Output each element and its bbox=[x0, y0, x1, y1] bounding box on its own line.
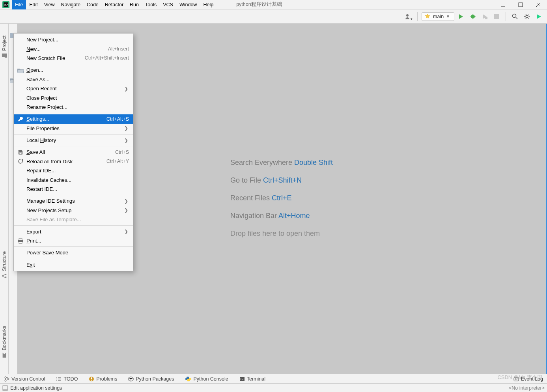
window-maximize-button[interactable] bbox=[512, 0, 529, 9]
menu-item-print[interactable]: Print... bbox=[14, 236, 133, 245]
settings-icon[interactable] bbox=[522, 11, 532, 22]
structure-tool-tab[interactable]: Structure bbox=[2, 251, 7, 279]
menu-item-local-history[interactable]: Local History❯ bbox=[14, 136, 133, 145]
menu-item-file-properties[interactable]: File Properties❯ bbox=[14, 124, 133, 133]
tip-navigation-bar: Navigation Bar Alt+Home bbox=[230, 207, 333, 225]
shortcut-label: Ctrl+S bbox=[115, 149, 129, 155]
document-title: python程序设计基础 bbox=[236, 1, 282, 8]
svg-rect-14 bbox=[494, 14, 499, 19]
svg-point-15 bbox=[513, 14, 516, 17]
menu-item-save-file-as-template: Save File as Template... bbox=[14, 215, 133, 224]
svg-rect-28 bbox=[5, 276, 6, 278]
run-configuration-selector[interactable]: main ▼ bbox=[422, 12, 454, 21]
menu-item-rename-project[interactable]: Rename Project... bbox=[14, 103, 133, 112]
debug-button[interactable] bbox=[468, 11, 478, 22]
menu-separator bbox=[14, 134, 133, 134]
menu-item-power-save-mode[interactable]: Power Save Mode bbox=[14, 248, 133, 257]
stop-button[interactable] bbox=[491, 11, 502, 22]
menu-item-invalidate-caches[interactable]: Invalidate Caches... bbox=[14, 175, 133, 184]
svg-point-8 bbox=[471, 15, 475, 19]
submenu-arrow-icon: ❯ bbox=[124, 138, 129, 143]
menu-edit[interactable]: Edit bbox=[26, 0, 41, 9]
menu-refactor[interactable]: Refactor bbox=[102, 0, 127, 9]
svg-rect-26 bbox=[2, 54, 6, 57]
python-console-tab[interactable]: Python Console bbox=[185, 376, 228, 382]
menu-item-label: Invalidate Caches... bbox=[26, 177, 129, 183]
menu-item-label: Settings... bbox=[26, 116, 106, 122]
menu-tools[interactable]: Tools bbox=[142, 0, 160, 9]
status-panel-icon[interactable] bbox=[2, 385, 8, 391]
menu-run[interactable]: Run bbox=[127, 0, 142, 9]
menu-item-restart-ide[interactable]: Restart IDE... bbox=[14, 185, 133, 194]
menu-window[interactable]: Window bbox=[176, 0, 200, 9]
run-coverage-button[interactable] bbox=[480, 11, 490, 22]
menu-item-label: File Properties bbox=[26, 125, 124, 131]
search-icon[interactable] bbox=[510, 11, 520, 22]
menu-item-manage-ide-settings[interactable]: Manage IDE Settings❯ bbox=[14, 196, 133, 205]
menu-item-label: Restart IDE... bbox=[26, 186, 129, 192]
svg-point-7 bbox=[406, 14, 409, 17]
submenu-arrow-icon: ❯ bbox=[124, 229, 129, 234]
menu-item-new-projects-setup[interactable]: New Projects Setup❯ bbox=[14, 206, 133, 215]
menu-item-settings[interactable]: Settings...Ctrl+Alt+S bbox=[14, 114, 133, 123]
problems-tab[interactable]: Problems bbox=[89, 376, 117, 382]
project-tool-tab[interactable]: Project bbox=[2, 35, 7, 58]
window-close-button[interactable] bbox=[529, 0, 547, 9]
menu-item-exit[interactable]: Exit bbox=[14, 260, 133, 269]
menu-item-label: Manage IDE Settings bbox=[26, 198, 124, 204]
submenu-arrow-icon: ❯ bbox=[124, 86, 129, 91]
play-media-icon[interactable] bbox=[534, 11, 544, 22]
menu-separator bbox=[14, 64, 133, 64]
python-packages-tab[interactable]: Python Packages bbox=[128, 376, 174, 382]
svg-point-38 bbox=[5, 377, 6, 378]
menu-item-repair-ide[interactable]: Repair IDE... bbox=[14, 166, 133, 175]
menu-view[interactable]: View bbox=[41, 0, 58, 9]
shortcut-label: Ctrl+Alt+Shift+Insert bbox=[85, 55, 129, 61]
interpreter-indicator[interactable]: <No interpreter> bbox=[509, 385, 545, 391]
svg-line-24 bbox=[525, 18, 526, 19]
menu-item-export[interactable]: Export❯ bbox=[14, 227, 133, 236]
svg-point-53 bbox=[517, 379, 517, 379]
menu-item-new[interactable]: New...Alt+Insert bbox=[14, 44, 133, 53]
menu-item-reload-all-from-disk[interactable]: Reload All from DiskCtrl+Alt+Y bbox=[14, 157, 133, 166]
menu-item-open-recent[interactable]: Open Recent❯ bbox=[14, 84, 133, 93]
menu-help[interactable]: Help bbox=[200, 0, 217, 9]
menu-navigate[interactable]: Navigate bbox=[58, 0, 84, 9]
bookmarks-tool-tab[interactable]: Bookmarks bbox=[2, 326, 7, 358]
user-icon[interactable]: ▾ bbox=[403, 11, 413, 22]
svg-text:PC: PC bbox=[4, 4, 9, 7]
menu-item-label: Save File as Template... bbox=[26, 217, 129, 222]
menu-item-new-project[interactable]: New Project... bbox=[14, 35, 133, 44]
svg-rect-32 bbox=[10, 33, 13, 34]
menu-vcs[interactable]: VCS bbox=[160, 0, 176, 9]
wrench-icon bbox=[17, 116, 24, 122]
version-control-tab[interactable]: Version Control bbox=[4, 376, 45, 382]
svg-point-17 bbox=[526, 15, 528, 18]
status-hint: Edit application settings bbox=[10, 385, 62, 391]
svg-rect-29 bbox=[5, 274, 6, 275]
run-config-label: main bbox=[433, 14, 444, 19]
run-button[interactable] bbox=[456, 11, 466, 22]
menu-separator bbox=[14, 195, 133, 195]
submenu-arrow-icon: ❯ bbox=[124, 207, 129, 213]
bottom-tool-bar: Version Control TODO Problems Python Pac… bbox=[0, 374, 547, 383]
menu-code[interactable]: Code bbox=[84, 0, 102, 9]
menu-item-save-as[interactable]: Save As... bbox=[14, 75, 133, 84]
todo-tab[interactable]: TODO bbox=[56, 376, 78, 382]
menu-item-save-all[interactable]: Save AllCtrl+S bbox=[14, 147, 133, 157]
event-log-tab[interactable]: Event Log bbox=[513, 376, 543, 382]
menu-item-open[interactable]: Open... bbox=[14, 65, 133, 75]
reload-icon bbox=[17, 159, 24, 164]
svg-line-22 bbox=[525, 15, 526, 15]
file-menu-dropdown: New Project...New...Alt+InsertNew Scratc… bbox=[13, 33, 133, 271]
menu-item-label: Local History bbox=[26, 137, 124, 143]
window-minimize-button[interactable] bbox=[494, 0, 512, 9]
menu-item-new-scratch-file[interactable]: New Scratch FileCtrl+Alt+Shift+Insert bbox=[14, 54, 133, 63]
shortcut-label: Alt+Insert bbox=[108, 46, 129, 52]
menu-file[interactable]: File bbox=[12, 0, 26, 9]
menu-item-label: Repair IDE... bbox=[26, 168, 129, 174]
menu-item-close-project[interactable]: Close Project bbox=[14, 93, 133, 102]
menu-item-label: Close Project bbox=[26, 95, 129, 101]
svg-rect-50 bbox=[240, 377, 245, 381]
terminal-tab[interactable]: Terminal bbox=[239, 376, 265, 382]
